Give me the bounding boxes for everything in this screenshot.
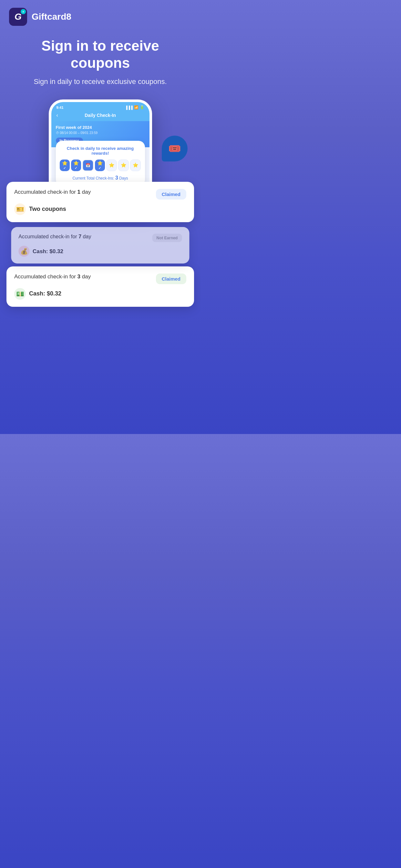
claimed-button-1[interactable]: Claimed	[156, 189, 186, 199]
day-item-7: ⭐	[130, 159, 141, 171]
floating-cards: Accumulated check-in for 1 day Claimed 🎫…	[0, 182, 201, 323]
reward-item-label-1: Two coupons	[29, 206, 66, 213]
checkin-total: Current Total Check-Ins: 3 Days	[60, 175, 141, 181]
back-icon[interactable]: ‹	[57, 113, 58, 118]
day-item-3: 📅	[82, 159, 94, 171]
date-range: ⏱ 08/14 00:00 – 09/01 23:59	[56, 131, 145, 135]
not-earned-badge: Not Earned	[152, 234, 182, 242]
calendar-icon: 📅	[86, 163, 90, 167]
reward-item-label-7: Cash: $0.32	[33, 248, 63, 254]
reward-card-1-header: Accumulated check-in for 1 day Claimed	[14, 189, 186, 199]
reward-card-7-header: Accumulated check-in for 7 day Not Earne…	[19, 234, 182, 242]
claimed-button-2[interactable]: Claimed	[156, 274, 186, 284]
day-item-6: ⭐	[118, 159, 129, 171]
logo-letter: G	[14, 11, 22, 22]
status-bar: 9:41 ▐▐▐ 📶 🔋	[57, 105, 144, 110]
star-icon-4: ⭐	[97, 160, 103, 166]
checkin-card: Check in daily to receive amazing reward…	[56, 141, 145, 186]
app-logo: G +	[9, 8, 27, 26]
star-icon-5: ⭐	[109, 162, 114, 167]
star-icon-6: ⭐	[121, 162, 126, 167]
total-unit: Days	[119, 176, 128, 181]
reward-card-2-header: Accumulated check-in for 3 day Claimed	[14, 274, 186, 284]
hero-subtitle: Sign in daily to receive exclusive coupo…	[13, 77, 188, 87]
coupon-icon: 🎟️	[168, 143, 181, 155]
total-days: 3	[115, 175, 118, 181]
week-label: First week of 2024	[56, 125, 145, 130]
check-icon-4: ✓	[98, 166, 101, 170]
day-item-4: ⭐ ✓	[95, 159, 105, 171]
battery-icon: 🔋	[140, 105, 144, 110]
checkin-days-row: ⭐ ✓ ⭐ ✓ 📅 ⭐ ✓	[60, 159, 141, 171]
total-label: Current Total Check-Ins:	[72, 176, 114, 181]
brand-name: Giftcard8	[32, 11, 71, 22]
check-icon-1: ✓	[63, 166, 66, 170]
reward-card-2: Accumulated check-in for 3 day Claimed 💵…	[6, 267, 194, 307]
hero-section: Sign in to receive coupons Sign in daily…	[0, 31, 201, 90]
phone-time: 9:41	[57, 105, 64, 110]
wifi-icon: 📶	[134, 105, 138, 110]
day-item-1: ⭐ ✓	[60, 159, 70, 171]
reward-card-1: Accumulated check-in for 1 day Claimed 🎫…	[6, 182, 194, 222]
reward-card-7-item: 💰 Cash: $0.32	[19, 245, 182, 256]
signal-icon: ▐▐▐	[125, 105, 132, 110]
reward-item-icon-7: 💰	[19, 245, 29, 256]
check-icon-2: ✓	[74, 166, 77, 170]
status-icons: ▐▐▐ 📶 🔋	[125, 105, 144, 110]
reward-item-icon-2: 💵	[14, 288, 26, 300]
hero-title: Sign in to receive coupons	[13, 37, 188, 72]
reward-item-row-1: 🎫 Two coupons	[14, 204, 186, 215]
checkin-card-title: Check in daily to receive amazing reward…	[60, 146, 141, 156]
phone-notch: 9:41 ▐▐▐ 📶 🔋 ‹ Daily Check-In	[51, 102, 150, 121]
reward-card-7-preview: Accumulated check-in for 7 day Not Earne…	[11, 227, 189, 264]
reward-item-icon-1: 🎫	[14, 204, 26, 215]
star-icon-7: ⭐	[133, 162, 138, 167]
app-header: G + Giftcard8	[0, 0, 201, 31]
reward-card-2-title: Accumulated check-in for 3 day	[14, 274, 91, 280]
nav-title: Daily Check-In	[85, 113, 116, 118]
reward-card-7-title: Accumulated check-in for 7 day	[19, 234, 91, 240]
coupon-bubble: 🎟️	[162, 135, 188, 161]
phone-navbar: ‹ Daily Check-In	[57, 112, 144, 119]
star-icon-2: ⭐	[73, 160, 79, 166]
star-icon-1: ⭐	[62, 160, 67, 166]
logo-plus-icon: +	[21, 9, 26, 14]
day-item-2: ⭐ ✓	[71, 159, 81, 171]
reward-card-1-title: Accumulated check-in for 1 day	[14, 189, 91, 195]
reward-item-label-2: Cash: $0.32	[29, 290, 61, 297]
day-item-5: ⭐	[106, 159, 117, 171]
reward-item-row-2: 💵 Cash: $0.32	[14, 288, 186, 300]
